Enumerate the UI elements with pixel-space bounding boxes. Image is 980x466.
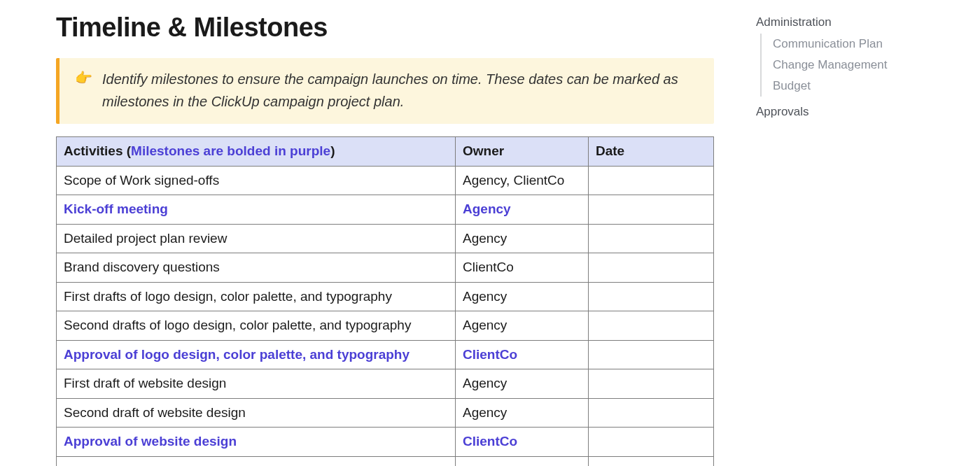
table-row[interactable]: Kick-off meetingAgency bbox=[57, 195, 714, 225]
col-header-activities: Activities (Milestones are bolded in pur… bbox=[57, 137, 456, 167]
owner-cell[interactable]: ClientCo bbox=[456, 253, 589, 283]
activity-cell[interactable]: Scope of Work signed-offs bbox=[57, 166, 456, 195]
milestones-table: Activities (Milestones are bolded in pur… bbox=[56, 136, 714, 466]
date-cell[interactable] bbox=[589, 282, 714, 311]
activity-cell[interactable]: Approval of website design bbox=[57, 428, 456, 457]
point-right-icon: 👉 bbox=[75, 68, 92, 87]
col-header-date: Date bbox=[589, 137, 714, 167]
outline-item[interactable]: Change Management bbox=[773, 55, 938, 76]
outline-sublist: Communication PlanChange ManagementBudge… bbox=[760, 34, 938, 97]
owner-cell[interactable]: Agency bbox=[456, 398, 589, 428]
table-row[interactable]: First draft of website designAgency bbox=[57, 369, 714, 399]
table-row[interactable]: Brand discovery questionsClientCo bbox=[57, 253, 714, 283]
date-cell[interactable] bbox=[589, 340, 714, 369]
activity-cell[interactable]: Detailed project plan review bbox=[57, 224, 456, 253]
table-row[interactable]: Detailed project plan reviewAgency bbox=[57, 224, 714, 253]
activity-cell[interactable]: First draft of website design bbox=[57, 369, 456, 399]
page-title: Timeline & Milestones bbox=[56, 13, 714, 43]
col-header-activities-highlight: Milestones are bolded in purple bbox=[131, 143, 330, 158]
table-header-row: Activities (Milestones are bolded in pur… bbox=[57, 137, 714, 167]
activity-cell[interactable]: Second draft of website design bbox=[57, 398, 456, 428]
outline-item[interactable]: Communication Plan bbox=[773, 34, 938, 55]
date-cell[interactable] bbox=[589, 369, 714, 399]
owner-cell[interactable]: Agency bbox=[456, 311, 589, 341]
date-cell[interactable] bbox=[589, 398, 714, 428]
owner-cell[interactable]: Agency, ClientCo bbox=[456, 166, 589, 195]
callout-block: 👉 Identify milestones to ensure the camp… bbox=[56, 58, 714, 124]
activity-cell[interactable]: Kick-off meeting bbox=[57, 195, 456, 225]
activity-cell[interactable]: First draft of business card designs bbox=[57, 456, 456, 466]
table-row[interactable]: Scope of Work signed-offsAgency, ClientC… bbox=[57, 166, 714, 195]
date-cell[interactable] bbox=[589, 195, 714, 225]
owner-cell[interactable]: Agency bbox=[456, 369, 589, 399]
date-cell[interactable] bbox=[589, 428, 714, 457]
owner-cell[interactable]: Agency bbox=[456, 224, 589, 253]
table-row[interactable]: First drafts of logo design, color palet… bbox=[57, 282, 714, 311]
date-cell[interactable] bbox=[589, 253, 714, 283]
owner-cell[interactable]: Agency bbox=[456, 456, 589, 466]
owner-cell[interactable]: Agency bbox=[456, 282, 589, 311]
col-header-owner: Owner bbox=[456, 137, 589, 167]
outline-section-title[interactable]: Approvals bbox=[756, 105, 938, 119]
date-cell[interactable] bbox=[589, 224, 714, 253]
col-header-activities-suffix: ) bbox=[330, 143, 335, 158]
table-row[interactable]: Approval of logo design, color palette, … bbox=[57, 340, 714, 369]
table-row[interactable]: Approval of website designClientCo bbox=[57, 428, 714, 457]
date-cell[interactable] bbox=[589, 166, 714, 195]
table-row[interactable]: Second drafts of logo design, color pale… bbox=[57, 311, 714, 341]
owner-cell[interactable]: Agency bbox=[456, 195, 589, 225]
activity-cell[interactable]: First drafts of logo design, color palet… bbox=[57, 282, 456, 311]
date-cell[interactable] bbox=[589, 456, 714, 466]
table-row[interactable]: First draft of business card designsAgen… bbox=[57, 456, 714, 466]
outline-section-title[interactable]: Administration bbox=[756, 15, 938, 29]
owner-cell[interactable]: ClientCo bbox=[456, 340, 589, 369]
outline-sidebar: AdministrationCommunication PlanChange M… bbox=[756, 7, 938, 123]
activity-cell[interactable]: Approval of logo design, color palette, … bbox=[57, 340, 456, 369]
col-header-activities-prefix: Activities ( bbox=[64, 143, 131, 158]
owner-cell[interactable]: ClientCo bbox=[456, 428, 589, 457]
activity-cell[interactable]: Brand discovery questions bbox=[57, 253, 456, 283]
activity-cell[interactable]: Second drafts of logo design, color pale… bbox=[57, 311, 456, 341]
callout-text: Identify milestones to ensure the campai… bbox=[102, 68, 699, 113]
date-cell[interactable] bbox=[589, 311, 714, 341]
table-row[interactable]: Second draft of website designAgency bbox=[57, 398, 714, 428]
outline-item[interactable]: Budget bbox=[773, 76, 938, 97]
main-content: Timeline & Milestones 👉 Identify milesto… bbox=[56, 7, 714, 466]
